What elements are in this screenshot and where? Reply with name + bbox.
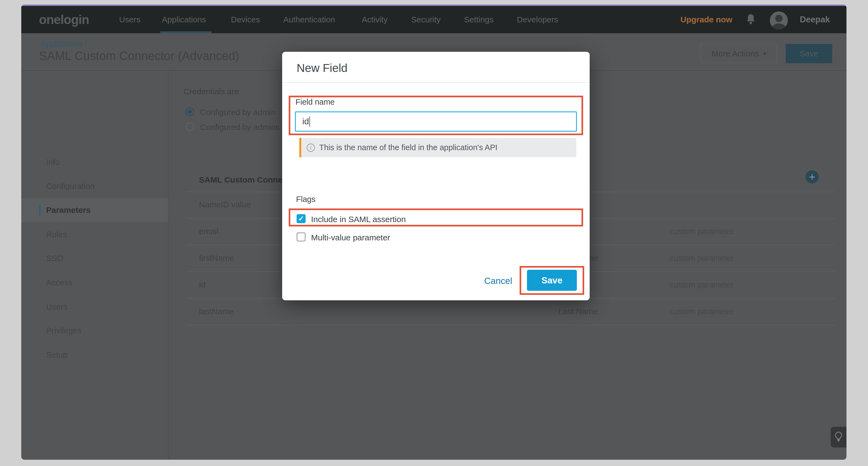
table-row-field[interactable]: firstName — [199, 253, 234, 263]
user-name[interactable]: Deepak — [800, 15, 830, 25]
field-name-help-note: i This is the name of the field in the a… — [299, 138, 576, 157]
nav-item-developers[interactable]: Developers — [517, 15, 558, 24]
sidebar-active-row-highlight — [21, 198, 168, 222]
table-row-field[interactable]: id — [199, 280, 205, 289]
table-row-type: custom parameter — [670, 280, 734, 289]
checkbox-include-in-saml-assertion[interactable]: ✓ — [297, 214, 306, 223]
screen: onelogin Users Applications Devices Auth… — [0, 0, 868, 466]
nav-item-applications[interactable]: Applications — [162, 15, 206, 24]
new-field-modal: New Field Field name id i This is the na… — [282, 52, 590, 300]
table-row-field[interactable]: lastName — [199, 307, 234, 316]
table-row-field[interactable]: email — [199, 227, 219, 236]
sidebar-item-privileges[interactable]: Privileges — [46, 326, 82, 335]
checkbox-label-saml-assertion[interactable]: Include in SAML assertion — [311, 215, 406, 224]
table-row-value: Last Name — [558, 307, 598, 316]
nav-item-settings[interactable]: Settings — [464, 15, 493, 24]
nav-item-security[interactable]: Security — [411, 15, 440, 24]
sidebar-item-configuration[interactable]: Configuration — [46, 182, 95, 191]
info-icon: i — [307, 144, 315, 152]
nav-item-authentication[interactable]: Authentication — [283, 15, 335, 24]
sidebar-item-sso[interactable]: SSO — [46, 254, 63, 263]
sidebar-item-users[interactable]: Users — [46, 302, 67, 311]
sidebar-item-setup[interactable]: Setup — [46, 350, 67, 360]
table-row-field[interactable]: NameID value — [199, 200, 251, 209]
sidebar-item-access[interactable]: Access — [46, 278, 72, 287]
flags-label: Flags — [296, 195, 315, 204]
chevron-down-icon: ▾ — [763, 50, 766, 57]
nav-item-users[interactable]: Users — [119, 15, 141, 24]
sidebar: Info Configuration Parameters Rules SSO … — [21, 71, 168, 460]
modal-title: New Field — [297, 62, 348, 75]
field-name-value: id — [302, 117, 309, 126]
page-title: SAML Custom Connector (Advanced) — [39, 49, 239, 63]
nav-item-activity[interactable]: Activity — [362, 15, 388, 24]
notifications-bell-icon[interactable] — [745, 13, 756, 26]
more-actions-label: More Actions — [712, 49, 759, 58]
modal-save-button[interactable]: Save — [527, 270, 577, 291]
sidebar-item-rules[interactable]: Rules — [46, 230, 67, 239]
radio-label-admin[interactable]: Configured by admin — [200, 107, 276, 117]
sidebar-item-info[interactable]: Info — [46, 157, 60, 167]
radio-configured-by-admin[interactable] — [185, 107, 194, 116]
radio-label-admins-users[interactable]: Configured by admins a — [200, 123, 286, 132]
modal-divider — [282, 82, 590, 83]
field-name-input[interactable]: id — [295, 112, 577, 132]
radio-configured-by-admins-and-users[interactable] — [185, 122, 194, 131]
user-avatar[interactable] — [770, 11, 788, 29]
lightbulb-icon — [834, 431, 843, 443]
add-parameter-button[interactable]: + — [806, 170, 819, 183]
cancel-button[interactable]: Cancel — [484, 276, 512, 286]
top-nav: onelogin Users Applications Devices Auth… — [21, 6, 846, 33]
sidebar-item-parameters[interactable]: Parameters — [46, 206, 91, 215]
field-name-label: Field name — [296, 98, 335, 106]
more-actions-button[interactable]: More Actions ▾ — [701, 44, 777, 63]
avatar-head-silhouette — [775, 15, 783, 22]
page-save-button[interactable]: Save — [786, 44, 832, 63]
active-tab-underline — [160, 31, 212, 33]
table-row-type: custom parameter — [670, 227, 734, 236]
help-widget-button[interactable] — [831, 427, 846, 447]
checkbox-multi-value-parameter[interactable] — [297, 232, 306, 242]
checkbox-label-multi-value[interactable]: Multi-value parameter — [311, 233, 390, 242]
table-title: SAML Custom Connecto — [199, 175, 295, 185]
table-divider — [186, 325, 834, 325]
credentials-label: Credentials are — [183, 87, 239, 96]
onelogin-logo: onelogin — [39, 12, 89, 27]
nav-item-devices[interactable]: Devices — [231, 15, 260, 24]
avatar-body-silhouette — [772, 24, 785, 29]
text-cursor — [309, 116, 310, 127]
sidebar-active-indicator — [39, 205, 41, 215]
table-row-type: custom parameter — [670, 254, 734, 263]
table-row-type: custom parameter — [670, 307, 734, 316]
breadcrumb[interactable]: Applications / — [41, 39, 87, 48]
upgrade-now-link[interactable]: Upgrade now — [680, 15, 732, 24]
help-note-text: This is the name of the field in the app… — [319, 143, 498, 152]
